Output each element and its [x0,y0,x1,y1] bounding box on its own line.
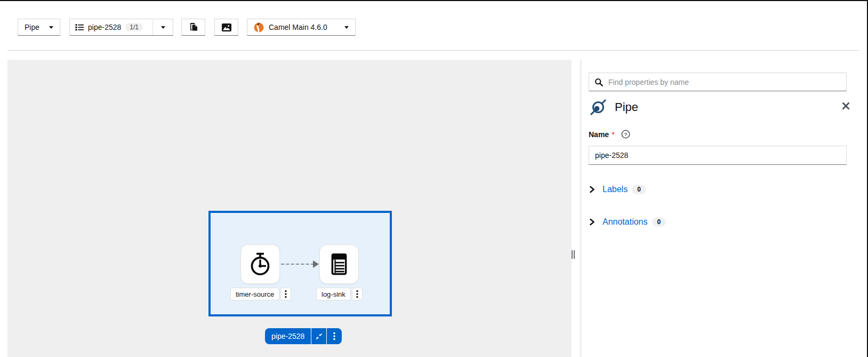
section-annotations-link[interactable]: Annotations [602,217,648,227]
required-indicator: * [612,130,614,139]
runtime-select-label: Camel Main 4.6.0 [269,23,327,31]
export-source-button[interactable] [181,19,205,36]
search-icon [594,78,603,86]
chevron-down-icon [49,26,53,29]
chevron-down-icon [161,26,165,29]
canvas[interactable]: timer-source log-sink pipe-2528 [7,60,572,357]
close-panel-button[interactable] [841,101,850,110]
group-kebab-menu-button[interactable] [326,328,342,344]
runtime-select[interactable]: Camel Main 4.6.0 [247,19,356,36]
node-label-log-sink: log-sink [316,288,363,300]
section-labels-toggle[interactable]: Labels 0 [589,185,646,194]
stopwatch-icon [248,252,272,276]
flows-dropdown-toggle[interactable] [152,19,173,35]
annotations-count-badge: 0 [652,217,666,227]
collapse-arrows-icon [315,332,323,340]
search-input[interactable] [608,78,841,86]
node-label-timer-source: timer-source [230,288,291,300]
properties-search[interactable] [589,73,847,91]
node-kebab-menu-button[interactable] [280,288,291,300]
group-badge-label: pipe-2528 [265,328,311,344]
chevron-right-icon [589,218,596,226]
edge-arrowhead-icon [313,260,319,268]
panel-divider [581,60,581,357]
camel-logo-icon [254,22,264,33]
edge-connector [281,264,314,265]
flows-count-badge: 1/1 [125,23,143,31]
panel-title: Pipe [615,100,638,114]
close-icon [842,102,849,109]
list-icon [75,23,84,31]
section-annotations-toggle[interactable]: Annotations 0 [589,217,666,227]
pipe-icon [589,98,608,117]
name-help-button[interactable]: ? [621,130,630,139]
kebab-icon [333,332,335,340]
collapse-group-button[interactable] [311,328,326,344]
chevron-right-icon [589,186,596,193]
kebab-icon [285,290,287,298]
flows-list-toggle[interactable]: pipe-2528 1/1 [70,19,152,35]
node-kebab-menu-button[interactable] [352,288,363,300]
node-timer-source[interactable] [240,244,280,284]
section-labels-link[interactable]: Labels [602,185,628,194]
dsl-select[interactable]: Pipe [18,19,60,36]
node-log-sink[interactable] [319,244,359,284]
svg-text:?: ? [624,131,627,137]
kebab-icon [356,290,358,298]
journal-icon [327,252,351,276]
node-label-text: log-sink [316,288,351,300]
export-image-button[interactable] [214,19,238,36]
chevron-down-icon [344,26,349,29]
panel-title-row: Pipe [589,98,638,117]
pipe-group-badge[interactable]: pipe-2528 [265,328,342,344]
toolbar-divider [7,50,859,51]
question-circle-icon: ? [621,130,630,139]
panel-resize-handle[interactable] [572,250,575,259]
name-input[interactable] [589,146,847,165]
name-field-label-row: Name * ? [589,130,630,139]
flows-list-select[interactable]: pipe-2528 1/1 [69,19,173,36]
app-window: Pipe pipe-2528 1/1 [0,0,868,357]
dsl-select-label: Pipe [25,23,39,31]
node-label-text: timer-source [230,288,279,300]
image-icon [221,23,232,32]
name-field-label: Name [589,130,609,139]
flows-select-label: pipe-2528 [88,23,121,31]
copy-icon [188,22,198,33]
labels-count-badge: 0 [632,185,646,194]
